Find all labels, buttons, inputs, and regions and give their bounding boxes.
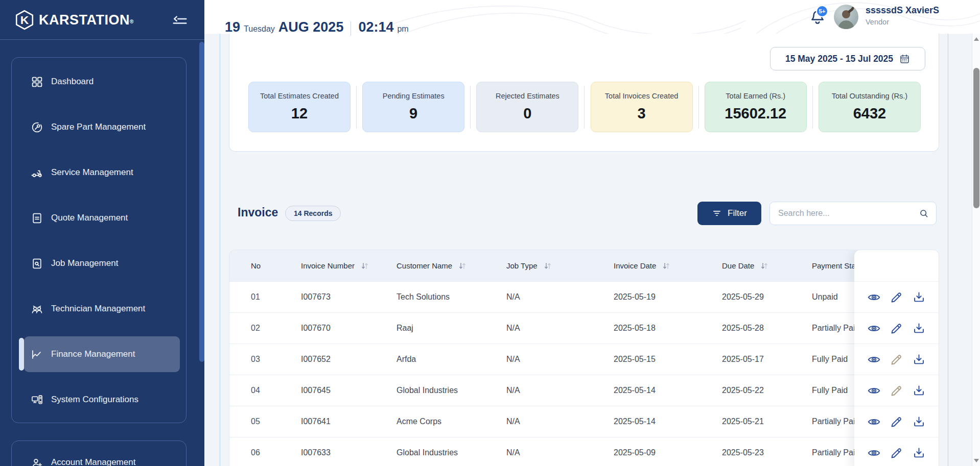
stat-total-outstanding: Total Outstanding (Rs.) 6432 — [819, 82, 921, 132]
stat-divider — [812, 86, 813, 129]
stat-total-estimates-created: Total Estimates Created 12 — [248, 82, 351, 132]
user-name: sssssdS XavierS — [866, 5, 939, 16]
column-header-job-type[interactable]: Job Type — [506, 261, 614, 270]
row-actions — [854, 437, 939, 466]
row-actions — [854, 375, 939, 406]
calendar-icon — [899, 54, 910, 64]
logo-hexagon-k-icon — [13, 9, 36, 31]
edit-icon-disabled — [890, 384, 903, 398]
sort-icon[interactable] — [760, 262, 768, 270]
invoice-toolbar: Invoice 14 Records Filter — [229, 202, 939, 225]
sidebar-item-dashboard[interactable]: Dashboard — [24, 64, 180, 100]
sidebar-item-service-management[interactable]: Service Management — [24, 155, 180, 190]
active-indicator — [19, 338, 24, 371]
edit-icon[interactable] — [890, 415, 903, 429]
filter-icon — [712, 208, 722, 218]
document-search-icon — [31, 257, 43, 270]
table-body: 01 I007673 Tech Solutions N/A 2025-05-19… — [229, 281, 939, 466]
sidebar-item-technician-management[interactable]: Technician Management — [24, 291, 180, 327]
column-header-invoice-number[interactable]: Invoice Number — [301, 261, 396, 270]
people-icon — [31, 303, 43, 315]
download-icon[interactable] — [912, 415, 926, 429]
download-icon[interactable] — [912, 290, 926, 304]
content-right-border — [948, 34, 948, 466]
date-range-picker[interactable]: 15 May 2025 - 15 Jul 2025 — [770, 47, 925, 70]
table-header-row: No Invoice Number Customer Name Job Type… — [229, 250, 939, 281]
sidebar-item-label: Job Management — [51, 258, 118, 268]
scooter-icon — [31, 166, 43, 179]
search-icon[interactable] — [919, 208, 929, 218]
actions-column — [854, 250, 939, 466]
column-header-no: No — [251, 261, 301, 270]
grid-icon — [31, 76, 43, 88]
sidebar-item-job-management[interactable]: Job Management — [24, 246, 180, 281]
download-icon[interactable] — [912, 384, 926, 398]
main-content: 15 May 2025 - 15 Jul 2025 Total Estimate… — [204, 34, 980, 466]
column-header-customer-name[interactable]: Customer Name — [396, 261, 506, 270]
scrollbar-up-arrow[interactable] — [974, 37, 979, 41]
person-plus-icon — [31, 456, 43, 466]
sidebar-item-label: Service Management — [51, 167, 133, 178]
view-icon[interactable] — [867, 446, 881, 460]
table-row: 02 I007670 Raaj N/A 2025-05-18 2025-05-2… — [229, 312, 939, 344]
invoice-title: Invoice — [238, 206, 278, 219]
sidebar-collapse-icon[interactable] — [172, 13, 188, 28]
sidebar-item-quote-management[interactable]: Quote Management — [24, 200, 180, 236]
user-info: sssssdS XavierS Vendor — [866, 5, 939, 26]
download-icon[interactable] — [912, 353, 926, 366]
sort-icon[interactable] — [361, 262, 369, 270]
column-header-due-date[interactable]: Due Date — [722, 261, 812, 270]
invoice-table: No Invoice Number Customer Name Job Type… — [229, 250, 939, 466]
search-input[interactable] — [778, 209, 919, 218]
row-actions — [854, 406, 939, 437]
logo-text: KARSTATION® — [39, 9, 134, 31]
sidebar-item-finance-management[interactable]: Finance Management — [24, 336, 180, 372]
sidebar-scrollbar[interactable] — [199, 42, 204, 362]
scrollbar-thumb[interactable] — [973, 68, 979, 208]
sort-icon[interactable] — [662, 262, 670, 270]
table-row: 05 I007641 Acme Corps N/A 2025-05-14 202… — [229, 406, 939, 437]
day-number: 19 — [225, 19, 240, 35]
sort-icon[interactable] — [544, 262, 552, 270]
records-count-badge: 14 Records — [285, 206, 341, 221]
table-row: 04 I007645 Global Industries N/A 2025-05… — [229, 375, 939, 406]
top-header: 19 Tuesday AUG 2025 02:14 pm 5+ sssssdS … — [204, 0, 980, 34]
main-scrollbar[interactable] — [972, 34, 980, 466]
system-icon — [31, 394, 43, 406]
stats-row: Total Estimates Created 12 Pending Estim… — [248, 82, 921, 132]
download-icon[interactable] — [912, 322, 926, 335]
notification-bell[interactable]: 5+ — [809, 8, 829, 29]
table-row: 06 I007633 Global Industries N/A 2025-05… — [229, 437, 939, 466]
view-icon[interactable] — [867, 353, 881, 366]
filter-button[interactable]: Filter — [697, 202, 761, 225]
edit-icon[interactable] — [890, 290, 903, 304]
sidebar-header: KARSTATION® — [0, 0, 204, 40]
sidebar-item-label: Spare Part Management — [51, 122, 146, 132]
user-role: Vendor — [866, 18, 939, 26]
view-icon[interactable] — [867, 384, 881, 398]
sort-icon[interactable] — [458, 262, 466, 270]
user-avatar[interactable] — [834, 5, 858, 29]
stat-divider — [584, 86, 585, 129]
table-row: 03 I007652 Arfda N/A 2025-05-15 2025-05-… — [229, 344, 939, 375]
sidebar-item-account-management[interactable]: Account Management — [24, 445, 180, 466]
datetime-divider — [351, 21, 351, 36]
edit-icon[interactable] — [890, 446, 903, 460]
scrollbar-down-arrow[interactable] — [974, 459, 979, 462]
sidebar-item-system-configurations[interactable]: System Configurations — [24, 382, 180, 418]
download-icon[interactable] — [912, 446, 926, 460]
edit-icon[interactable] — [890, 322, 903, 335]
sidebar-item-label: Quote Management — [51, 213, 128, 223]
column-header-invoice-date[interactable]: Invoice Date — [614, 261, 722, 270]
view-icon[interactable] — [867, 322, 881, 335]
stat-divider — [698, 86, 699, 129]
registered-mark: ® — [130, 19, 134, 24]
view-icon[interactable] — [867, 290, 881, 304]
view-icon[interactable] — [867, 415, 881, 429]
sidebar-nav-secondary: Account Management — [11, 440, 186, 466]
stat-total-earned: Total Earned (Rs.) 15602.12 — [705, 82, 807, 132]
day-name: Tuesday — [244, 24, 275, 34]
sidebar-item-spare-part-management[interactable]: Spare Part Management — [24, 109, 180, 145]
stat-rejected-estimates: Rejected Estimates 0 — [476, 82, 578, 132]
actions-header-spacer — [854, 250, 939, 281]
